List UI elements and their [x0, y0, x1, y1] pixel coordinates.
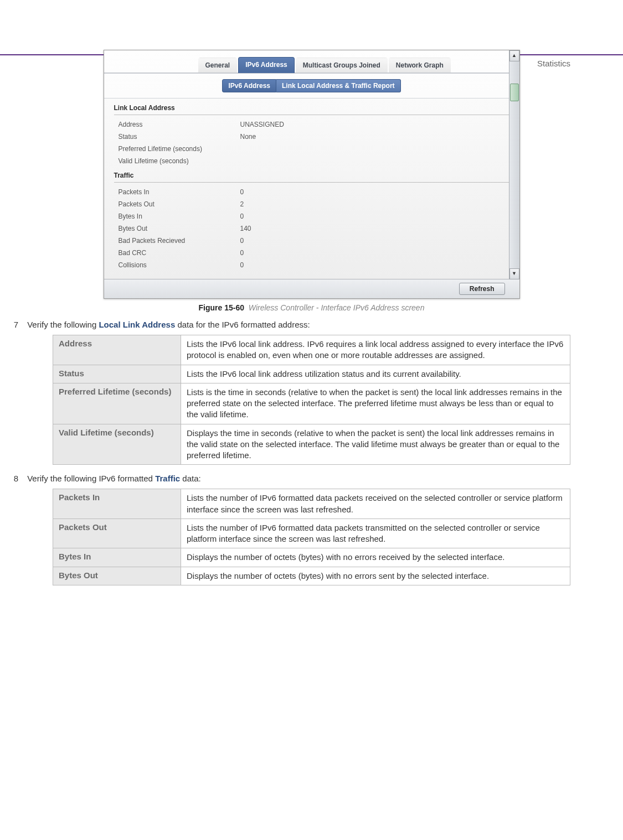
subtab-link-local-report[interactable]: Link Local Address & Traffic Report: [276, 79, 401, 92]
term-cell: Bytes In: [53, 548, 181, 567]
row-value: 0: [240, 188, 505, 196]
term-cell: Packets In: [53, 489, 181, 519]
row-value: [240, 145, 505, 153]
row-value: 0: [240, 261, 505, 269]
step-bold-term: Traffic: [155, 474, 180, 483]
row-label: Address: [119, 121, 240, 128]
row-value: [240, 157, 505, 165]
table-row: Packets In Lists the number of IPv6 form…: [53, 489, 570, 519]
step-8-line: 8 Verify the following IPv6 formatted Tr…: [9, 474, 570, 483]
scroll-thumb[interactable]: [510, 84, 519, 101]
step-text: data:: [180, 474, 201, 483]
ui-screenshot-panel: General IPv6 Address Multicast Groups Jo…: [104, 50, 520, 299]
step-number: 7: [9, 320, 18, 329]
desc-cell: Displays the number of octets (bytes) wi…: [181, 548, 570, 567]
table-row: Bytes In Displays the number of octets (…: [53, 548, 570, 567]
table-row: Valid Lifetime (seconds) Displays the ti…: [53, 424, 570, 465]
desc-cell: Lists the number of IPv6 formatted data …: [181, 489, 570, 519]
fieldset-link-local-title: Link Local Address: [114, 104, 509, 112]
vertical-scrollbar[interactable]: ▲ ▼: [509, 50, 519, 279]
scroll-up-icon[interactable]: ▲: [509, 50, 519, 61]
term-cell: Packets Out: [53, 518, 181, 548]
link-local-grid: Address UNASSIGNED Status None Preferred…: [114, 118, 509, 172]
term-cell: Address: [53, 335, 181, 365]
row-label: Valid Lifetime (seconds): [119, 157, 240, 165]
desc-cell: Lists the IPv6 local link address utiliz…: [181, 365, 570, 383]
scroll-down-icon[interactable]: ▼: [509, 268, 519, 279]
row-value: 2: [240, 200, 505, 208]
row-label: Packets In: [119, 188, 240, 196]
tab-multicast-groups[interactable]: Multicast Groups Joined: [296, 58, 388, 72]
row-value: UNASSIGNED: [240, 121, 505, 128]
desc-cell: Lists the IPv6 local link address. IPv6 …: [181, 335, 570, 365]
desc-cell: Lists is the time in seconds (relative t…: [181, 383, 570, 424]
row-label: Bytes Out: [119, 225, 240, 232]
figure-caption: Figure 15-60 Wireless Controller - Inter…: [53, 303, 570, 312]
tab-ipv6-address[interactable]: IPv6 Address: [238, 57, 295, 73]
term-cell: Status: [53, 365, 181, 383]
step-text: Verify the following: [27, 320, 99, 329]
row-value: 0: [240, 212, 505, 220]
section-header: Statistics: [537, 59, 570, 68]
main-tab-bar: General IPv6 Address Multicast Groups Jo…: [104, 50, 519, 74]
tab-network-graph[interactable]: Network Graph: [389, 58, 451, 72]
table-row: Address Lists the IPv6 local link addres…: [53, 335, 570, 365]
fieldset-traffic-title: Traffic: [114, 172, 509, 179]
term-cell: Valid Lifetime (seconds): [53, 424, 181, 465]
row-label: Packets Out: [119, 200, 240, 208]
table-row: Status Lists the IPv6 local link address…: [53, 365, 570, 383]
row-value: 0: [240, 249, 505, 257]
panel-body: Link Local Address Address UNASSIGNED St…: [104, 98, 519, 279]
step-bold-term: Local Link Address: [99, 320, 175, 329]
figure-number: Figure 15-60: [199, 303, 244, 312]
step-text: Verify the following IPv6 formatted: [27, 474, 155, 483]
table-row: Bytes Out Displays the number of octets …: [53, 567, 570, 585]
subtab-ipv6-address[interactable]: IPv6 Address: [222, 79, 276, 92]
desc-cell: Displays the number of octets (bytes) wi…: [181, 567, 570, 585]
desc-cell: Displays the time in seconds (relative t…: [181, 424, 570, 465]
row-label: Preferred Lifetime (seconds): [119, 145, 240, 153]
step-number: 8: [9, 474, 18, 483]
step-text: data for the IPv6 formatted address:: [175, 320, 310, 329]
sub-tab-bar: IPv6 Address Link Local Address & Traffi…: [104, 74, 519, 98]
row-label: Collisions: [119, 261, 240, 269]
term-cell: Bytes Out: [53, 567, 181, 585]
definition-table-1: Address Lists the IPv6 local link addres…: [53, 335, 570, 465]
row-value: None: [240, 133, 505, 141]
row-label: Status: [119, 133, 240, 141]
row-label: Bad CRC: [119, 249, 240, 257]
definition-table-2: Packets In Lists the number of IPv6 form…: [53, 489, 570, 585]
desc-cell: Lists the number of IPv6 formatted data …: [181, 518, 570, 548]
row-label: Bad Packets Recieved: [119, 237, 240, 245]
traffic-grid: Packets In 0 Packets Out 2 Bytes In 0 By…: [114, 186, 509, 276]
tab-general[interactable]: General: [198, 58, 238, 72]
table-row: Preferred Lifetime (seconds) Lists is th…: [53, 383, 570, 424]
step-7-line: 7 Verify the following Local Link Addres…: [9, 320, 570, 329]
row-label: Bytes In: [119, 212, 240, 220]
row-value: 140: [240, 225, 505, 232]
table-row: Packets Out Lists the number of IPv6 for…: [53, 518, 570, 548]
term-cell: Preferred Lifetime (seconds): [53, 383, 181, 424]
figure-title: Wireless Controller - Interface IPv6 Add…: [249, 303, 425, 312]
refresh-button[interactable]: Refresh: [459, 283, 505, 295]
row-value: 0: [240, 237, 505, 245]
